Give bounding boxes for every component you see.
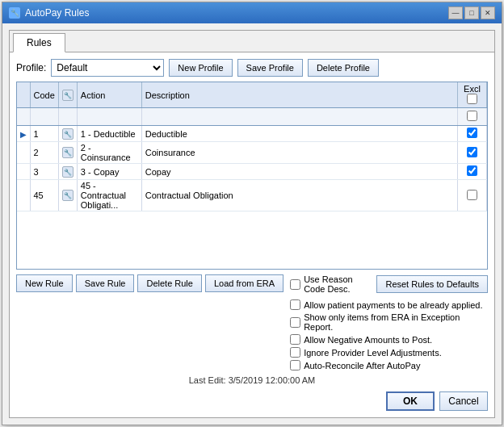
row-code: 45 [30,180,58,211]
load-from-era-button[interactable]: Load from ERA [205,274,284,292]
allow-patient-label: Allow patient payments to be already app… [304,300,482,310]
row-action-icon: 🔧 [62,166,74,178]
row-excl-checkbox[interactable] [467,128,477,138]
title-controls: — □ ✕ [448,6,495,19]
profile-select[interactable]: Default [51,59,164,77]
header-code: Code [30,82,58,108]
last-edit: Last Edit: 3/5/2019 12:00:00 AM [16,375,488,385]
bottom-section: New Rule Save Rule Delete Rule Load from… [16,274,488,411]
ok-cancel-row: OK Cancel [16,391,488,411]
table-row[interactable]: 45 🔧 45 - Contractual Obligati... Contra… [17,180,487,211]
table-row[interactable]: 3 🔧 3 - Copay Copay [17,164,487,180]
minimize-button[interactable]: — [448,6,463,19]
ignore-provider-label: Ignore Provider Level Adjustments. [304,348,442,358]
row-arrow-icon: ▶ [20,130,27,139]
row-description: Copay [141,164,457,180]
maximize-button[interactable]: □ [464,6,479,19]
table-row[interactable]: ▶ 1 🔧 1 - Deductible Deductible [17,126,487,142]
save-profile-button[interactable]: Save Profile [237,59,303,77]
left-panel: New Rule Save Rule Delete Rule Load from… [16,274,284,292]
table-row[interactable]: 2 🔧 2 - Coinsurance Coinsurance [17,142,487,164]
profile-label: Profile: [16,62,46,73]
delete-rule-button[interactable]: Delete Rule [137,274,201,292]
reset-rules-button[interactable]: Reset Rules to Defaults [376,275,488,293]
row-action: 2 - Coinsurance [77,142,141,164]
row-action-icon: 🔧 [62,147,74,158]
header-description: Description [141,82,457,108]
autopay-rules-window: 🔧 AutoPay Rules — □ ✕ Rules Profile: [2,2,502,425]
title-bar-left: 🔧 AutoPay Rules [9,7,89,19]
rules-table-container: Code 🔧 Action Description Excl [16,82,488,270]
auto-reconcile-row: Auto-Reconcile After AutoPay [290,360,488,370]
show-only-checkbox[interactable] [290,317,300,328]
row-icon: 🔧 [58,164,77,180]
row-code: 1 [30,126,58,142]
row-arrow-cell [17,180,30,211]
ignore-provider-row: Ignore Provider Level Adjustments. [290,347,488,358]
rules-table: Code 🔧 Action Description Excl [17,82,487,211]
row-description: Contractual Obligation [141,180,457,211]
auto-reconcile-label: Auto-Reconcile After AutoPay [304,361,420,370]
row-excl-checkbox[interactable] [467,165,477,176]
row-excl [458,180,487,211]
new-rule-button[interactable]: New Rule [16,274,73,292]
use-reason-code-checkbox[interactable] [290,279,300,290]
select-excl-cell [458,108,487,126]
row-code: 3 [30,164,58,180]
row-icon: 🔧 [58,180,77,211]
header-arrow [17,82,30,108]
row-arrow-cell: ▶ [17,126,30,142]
show-only-label: Show only items from ERA in Exception Re… [304,312,488,332]
select-icon-cell [58,108,77,126]
allow-patient-checkbox[interactable] [290,299,300,310]
row-action-icon: 🔧 [62,128,74,140]
use-reason-row: Use Reason Code Desc. Reset Rules to Def… [290,274,488,294]
lower-area: New Rule Save Rule Delete Rule Load from… [16,274,488,370]
header-action: Action [77,82,141,108]
profile-row: Profile: Default New Profile Save Profil… [16,59,488,77]
ignore-provider-checkbox[interactable] [290,347,300,358]
row-excl-checkbox[interactable] [467,190,477,200]
ok-button[interactable]: OK [386,391,435,411]
select-arrow-cell [17,108,30,126]
row-excl-checkbox[interactable] [467,147,477,157]
header-action-icon: 🔧 [58,82,77,108]
action-buttons-row: New Rule Save Rule Delete Rule Load from… [16,274,284,292]
auto-reconcile-checkbox[interactable] [290,360,300,370]
allow-negative-label: Allow Negative Amounts to Post. [304,335,432,345]
allow-patient-row: Allow patient payments to be already app… [290,299,488,310]
select-action-cell [77,108,141,126]
cancel-button[interactable]: Cancel [439,391,488,411]
row-excl [458,142,487,164]
row-excl [458,164,487,180]
allow-negative-checkbox[interactable] [290,334,300,345]
row-icon: 🔧 [58,142,77,164]
row-arrow-cell [17,164,30,180]
excl-header-checkbox[interactable] [467,94,477,104]
right-panel: Use Reason Code Desc. Reset Rules to Def… [290,274,488,370]
row-description: Deductible [141,126,457,142]
tab-container: Rules Profile: Default New Profile Save … [9,30,495,418]
select-code-cell [30,108,58,126]
tab-header: Rules [10,31,494,52]
new-profile-button[interactable]: New Profile [169,59,232,77]
delete-profile-button[interactable]: Delete Profile [308,59,379,77]
row-excl [458,126,487,142]
select-excl-checkbox[interactable] [467,111,477,121]
use-reason-code-label: Use Reason Code Desc. [304,274,373,294]
app-icon: 🔧 [9,7,20,19]
show-only-row: Show only items from ERA in Exception Re… [290,312,488,332]
save-rule-button[interactable]: Save Rule [76,274,135,292]
action-icon-header: 🔧 [62,90,74,101]
row-action: 1 - Deductible [77,126,141,142]
window-title: AutoPay Rules [25,7,89,19]
window-content: Rules Profile: Default New Profile Save … [2,23,502,425]
tab-rules[interactable]: Rules [13,33,65,52]
row-description: Coinsurance [141,142,457,164]
row-arrow-cell [17,142,30,164]
row-icon: 🔧 [58,126,77,142]
allow-negative-row: Allow Negative Amounts to Post. [290,334,488,345]
close-button[interactable]: ✕ [481,6,495,19]
row-action: 3 - Copay [77,164,141,180]
row-action-icon: 🔧 [62,190,74,201]
